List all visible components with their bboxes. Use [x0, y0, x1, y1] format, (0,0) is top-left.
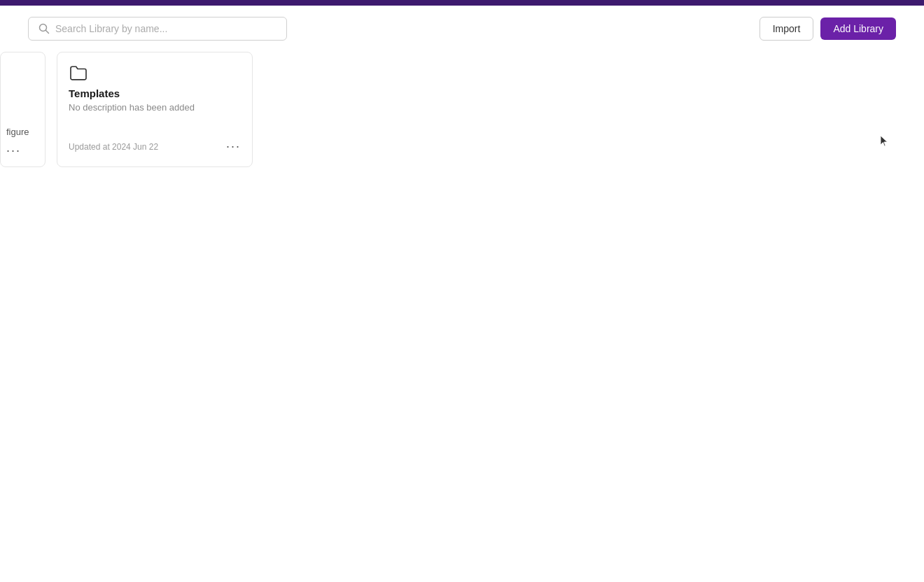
top-accent-bar: [0, 0, 924, 6]
card-updated-at: Updated at 2024 Jun 22: [69, 142, 158, 152]
partial-card-more-button[interactable]: ···: [6, 143, 21, 158]
partial-library-card[interactable]: figure ···: [0, 52, 46, 167]
search-icon: [38, 23, 50, 34]
add-library-button[interactable]: Add Library: [820, 17, 896, 40]
main-content: figure ··· Templates No description has …: [0, 52, 924, 167]
card-title: Templates: [69, 87, 241, 99]
toolbar: Import Add Library: [0, 6, 924, 52]
card-more-button[interactable]: ···: [226, 139, 241, 154]
import-button[interactable]: Import: [760, 17, 814, 41]
folder-icon: [69, 65, 88, 80]
partial-card-label: figure: [6, 127, 29, 137]
card-description: No description has been added: [69, 102, 241, 113]
search-input[interactable]: [55, 23, 276, 34]
search-wrapper: [28, 17, 287, 41]
svg-line-1: [46, 31, 49, 34]
templates-library-card[interactable]: Templates No description has been added …: [57, 52, 253, 167]
toolbar-actions: Import Add Library: [760, 17, 896, 41]
card-footer: Updated at 2024 Jun 22 ···: [69, 139, 241, 154]
